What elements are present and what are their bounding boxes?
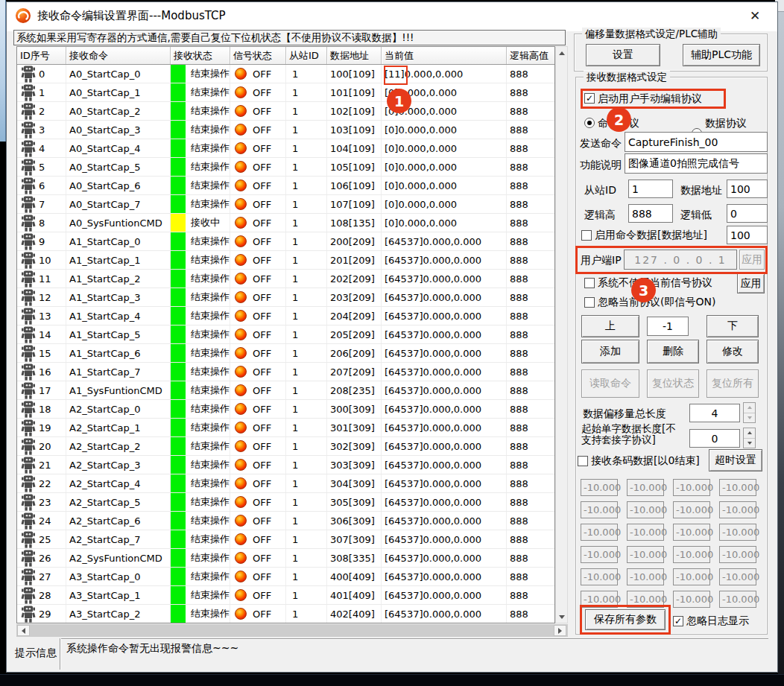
ignore-protocol-checkbox[interactable] xyxy=(584,297,595,308)
apply-ip-button[interactable]: 应用 xyxy=(739,250,765,270)
barcode-checkbox[interactable] xyxy=(578,456,588,466)
table-row[interactable]: 5 A0_StartCap_5 结束操作 OFF 1 105[109] [0]0… xyxy=(17,158,554,177)
spinner-up-icon[interactable] xyxy=(744,403,755,413)
offset-total-input[interactable]: 4 xyxy=(689,404,740,422)
table-row[interactable]: 18 A2_StartCap_0 结束操作 OFF 1 300[309] [64… xyxy=(17,400,554,419)
col-header-logic-high[interactable]: 逻辑高值 xyxy=(507,47,553,64)
add-button[interactable]: 添加 xyxy=(581,340,639,363)
offset-value-input[interactable]: -10.000 xyxy=(627,501,664,518)
cmd-data-label[interactable]: 启用命令数据[数据地址] xyxy=(595,229,707,242)
data-addr-input[interactable]: 100 xyxy=(727,180,768,198)
scroll-left-icon[interactable] xyxy=(17,625,30,636)
delete-button[interactable]: 删除 xyxy=(647,340,699,363)
offset-value-input[interactable]: -10.000 xyxy=(719,591,756,608)
offset-value-input[interactable]: -10.000 xyxy=(719,546,756,563)
col-header-recv-status[interactable]: 接收状态 xyxy=(171,47,230,64)
timeout-button[interactable]: 超时设置 xyxy=(709,449,762,471)
offset-value-input[interactable]: -10.000 xyxy=(719,479,756,496)
spinner-down-icon[interactable] xyxy=(744,439,755,448)
reset-all-button[interactable]: 复位所有 xyxy=(706,369,759,398)
table-row[interactable]: 3 A0_StartCap_3 结束操作 OFF 1 103[109] [0]0… xyxy=(17,121,554,139)
table-row[interactable]: 6 A0_StartCap_6 结束操作 OFF 1 106[109] [0]0… xyxy=(17,177,554,195)
offset-value-input[interactable]: -10.000 xyxy=(581,546,618,563)
col-header-command[interactable]: 接收命令 xyxy=(66,47,171,64)
modify-button[interactable]: 修改 xyxy=(706,340,759,363)
table-row[interactable]: 26 A2_SysFuntionCMD 结束操作 OFF 1 308[335] … xyxy=(17,549,554,568)
manual-protocol-checkbox[interactable] xyxy=(584,93,595,104)
logic-high-input[interactable]: 888 xyxy=(628,204,673,223)
col-header-id[interactable]: ID序号 xyxy=(17,47,66,64)
table-row[interactable]: 7 A0_StartCap_7 结束操作 OFF 1 107[109] [0]0… xyxy=(17,195,554,214)
table-row[interactable]: 12 A1_StartCap_3 结束操作 OFF 1 203[209] [64… xyxy=(17,288,554,307)
offset-value-input[interactable]: -10.000 xyxy=(581,591,618,608)
start-len-input[interactable]: 0 xyxy=(689,429,740,448)
plc-helper-button[interactable]: 辅助PLC功能 xyxy=(683,44,760,66)
table-row[interactable]: 11 A1_StartCap_2 结束操作 OFF 1 202[209] [64… xyxy=(17,270,554,288)
table-row[interactable]: 14 A1_StartCap_5 结束操作 OFF 1 205[209] [64… xyxy=(17,325,554,344)
offset-total-spinner[interactable] xyxy=(743,402,756,423)
close-icon[interactable] xyxy=(744,6,766,25)
offset-value-input[interactable]: -10.000 xyxy=(719,501,756,518)
offset-value-input[interactable]: -10.000 xyxy=(673,568,710,585)
index-input[interactable]: -1 xyxy=(647,317,689,336)
table-row[interactable]: 2 A0_StartCap_2 结束操作 OFF 1 102[109] [0]0… xyxy=(17,102,554,121)
slave-id-input[interactable]: 1 xyxy=(628,180,673,198)
manual-protocol-label[interactable]: 启动用户手动编辑协议 xyxy=(598,92,702,106)
offset-value-input[interactable]: -10.000 xyxy=(627,524,664,541)
table-row[interactable]: 24 A2_StartCap_6 结束操作 OFF 1 306[309] [64… xyxy=(17,512,554,530)
save-all-button[interactable]: 保存所有参数 xyxy=(585,609,666,630)
table-row[interactable]: 22 A2_StartCap_4 结束操作 OFF 1 304[309] [64… xyxy=(17,474,554,493)
offset-value-input[interactable]: -10.000 xyxy=(581,501,618,518)
table-row[interactable]: 19 A2_StartCap_1 结束操作 OFF 1 301[309] [64… xyxy=(17,419,554,437)
col-header-address[interactable]: 数据地址 xyxy=(327,47,382,64)
table-row[interactable]: 29 A3_StartCap_2 结束操作 OFF 1 402[409] [64… xyxy=(17,605,554,623)
offset-value-input[interactable]: -10.000 xyxy=(627,591,664,608)
table-row[interactable]: 20 A2_StartCap_2 结束操作 OFF 1 302[309] [64… xyxy=(17,437,554,456)
offset-value-input[interactable]: -10.000 xyxy=(719,524,756,541)
table-row[interactable]: 10 A1_StartCap_1 结束操作 OFF 1 201[209] [64… xyxy=(17,251,554,270)
spinner-down-icon[interactable] xyxy=(744,413,755,423)
ignore-log-checkbox[interactable] xyxy=(673,616,683,626)
table-row[interactable]: 17 A1_SysFuntionCMD 结束操作 OFF 1 208[235] … xyxy=(17,381,554,400)
offset-value-input[interactable]: -10.000 xyxy=(581,479,618,496)
col-header-current-value[interactable]: 当前值 xyxy=(382,47,507,64)
table-row[interactable]: 27 A3_StartCap_0 结束操作 OFF 1 400[409] [64… xyxy=(17,568,554,586)
down-button[interactable]: 下 xyxy=(706,315,759,337)
up-button[interactable]: 上 xyxy=(581,315,639,337)
offset-value-input[interactable]: -10.000 xyxy=(673,501,710,518)
no-signal-checkbox[interactable] xyxy=(584,278,595,288)
scroll-down-icon[interactable] xyxy=(556,611,567,623)
settings-button[interactable]: 设置 xyxy=(586,44,660,66)
offset-value-input[interactable]: -10.000 xyxy=(627,546,664,563)
table-vertical-scrollbar[interactable] xyxy=(555,46,568,623)
send-cmd-input[interactable]: CaptureFinish_00 xyxy=(625,132,768,152)
cmd-data-checkbox[interactable] xyxy=(581,230,592,241)
table-row[interactable]: 15 A1_StartCap_6 结束操作 OFF 1 206[209] [64… xyxy=(17,344,554,363)
scroll-up-icon[interactable] xyxy=(556,47,567,59)
table-row[interactable]: 0 A0_StartCap_0 结束操作 OFF 1 100[109] [11]… xyxy=(17,65,554,83)
table-row[interactable]: 16 A1_StartCap_7 结束操作 OFF 1 207[209] [64… xyxy=(17,363,554,381)
apply-button[interactable]: 应用 xyxy=(737,273,765,293)
barcode-label[interactable]: 接收条码数据[以0结束] xyxy=(591,454,700,468)
logic-low-input[interactable]: 0 xyxy=(727,204,768,223)
command-protocol-radio[interactable] xyxy=(584,118,595,128)
func-desc-input[interactable]: 图像通道0拍照完成信号 xyxy=(625,153,768,174)
cmd-data-addr-input[interactable]: 100 xyxy=(727,226,768,244)
table-row[interactable]: 25 A2_StartCap_7 结束操作 OFF 1 307[309] [64… xyxy=(17,530,554,549)
table-row[interactable]: 4 A0_StartCap_4 结束操作 OFF 1 104[109] [0]0… xyxy=(17,139,554,158)
ignore-protocol-label[interactable]: 忽略当前协议(即信号ON) xyxy=(598,296,715,309)
read-cmd-button[interactable]: 读取命令 xyxy=(581,369,639,398)
col-header-signal[interactable]: 信号状态 xyxy=(230,47,286,64)
spinner-up-icon[interactable] xyxy=(744,428,755,439)
offset-value-input[interactable]: -10.000 xyxy=(627,568,664,585)
offset-value-input[interactable]: -10.000 xyxy=(719,568,756,585)
col-header-slave-id[interactable]: 从站ID xyxy=(286,47,327,64)
table-row[interactable]: 23 A2_StartCap_5 结束操作 OFF 1 305[309] [64… xyxy=(17,493,554,512)
offset-value-input[interactable]: -10.000 xyxy=(627,479,664,496)
table-row[interactable]: 13 A1_StartCap_4 结束操作 OFF 1 204[209] [64… xyxy=(17,307,554,325)
table-row[interactable]: 21 A2_StartCap_3 结束操作 OFF 1 303[309] [64… xyxy=(17,456,554,474)
table-horizontal-scrollbar[interactable] xyxy=(16,624,568,637)
ignore-log-label[interactable]: 忽略日志显示 xyxy=(686,614,749,628)
offset-value-input[interactable]: -10.000 xyxy=(673,479,710,496)
offset-value-input[interactable]: -10.000 xyxy=(673,524,710,541)
